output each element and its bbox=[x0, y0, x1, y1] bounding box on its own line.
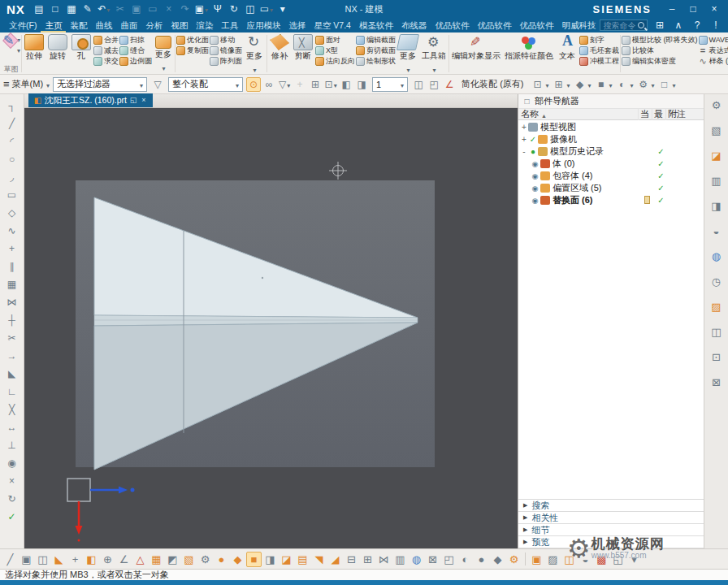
cascade-window-icon[interactable]: ◫ bbox=[243, 2, 258, 16]
section-dependencies[interactable]: ▶相关性 bbox=[518, 512, 704, 524]
selected-style-icon[interactable]: ■ bbox=[246, 552, 262, 567]
clip-section-button[interactable]: 剪切截面 bbox=[356, 46, 396, 55]
move-component-icon[interactable]: ⊕ bbox=[100, 552, 115, 567]
menu-application[interactable]: 应用模块 bbox=[242, 18, 284, 32]
feature-settings-icon[interactable]: ⚙ bbox=[197, 552, 213, 567]
minimize-ribbon-icon[interactable]: ∧ bbox=[671, 18, 686, 32]
edit-solid-density-button[interactable]: 编辑实体密度 bbox=[622, 56, 698, 66]
intersection-point-icon[interactable]: ┼ bbox=[4, 313, 20, 327]
point-tool-icon[interactable]: + bbox=[67, 552, 83, 567]
display-window-icon[interactable]: ▣ bbox=[19, 552, 34, 567]
fillet-icon[interactable]: ◞ bbox=[4, 170, 20, 184]
mirror-tool-icon[interactable]: ⋈ bbox=[376, 552, 392, 567]
more-surface-button[interactable]: 更多 bbox=[396, 33, 419, 75]
wcs-triad[interactable] bbox=[67, 479, 135, 542]
add-region-icon[interactable]: ⊡ bbox=[323, 77, 338, 92]
section-preview[interactable]: ▶预览 bbox=[518, 536, 704, 548]
overflow-more-icon[interactable]: ▾ bbox=[626, 552, 642, 567]
search-input[interactable] bbox=[603, 21, 635, 30]
patch-button[interactable]: 修补 bbox=[268, 33, 291, 62]
customize-icon[interactable]: ▾ bbox=[275, 2, 290, 16]
menu-mingwei[interactable]: 明威科技 bbox=[557, 18, 600, 32]
background-button[interactable]: □ bbox=[657, 77, 676, 92]
diamond-tool-icon[interactable]: ◆ bbox=[490, 552, 505, 567]
unite-button[interactable]: 合并 bbox=[93, 35, 119, 45]
window-icon[interactable]: ▭ bbox=[259, 2, 274, 16]
chamfer-icon[interactable]: ◣ bbox=[4, 366, 20, 381]
copy-display-icon[interactable]: ◨ bbox=[262, 552, 278, 567]
block-primitive-icon[interactable]: ◆ bbox=[230, 552, 245, 567]
menu-buxian[interactable]: 布线器 bbox=[397, 18, 431, 32]
render-style-button[interactable]: ◐ bbox=[615, 77, 634, 92]
window-cascade-icon[interactable]: ◰ bbox=[427, 77, 441, 92]
selection-scope-select[interactable]: 整个装配 bbox=[168, 77, 243, 92]
sheet-pair-icon[interactable]: ◫ bbox=[411, 77, 426, 92]
engrave-button[interactable]: 刻字 bbox=[579, 35, 619, 45]
trim-icon[interactable]: ✂ bbox=[4, 331, 20, 345]
camera-tool-icon[interactable]: ◍ bbox=[409, 552, 424, 567]
arc-icon[interactable]: ◜ bbox=[4, 134, 20, 149]
close-button[interactable]: × bbox=[707, 2, 722, 16]
menu-surface[interactable]: 曲面 bbox=[116, 18, 141, 32]
open-icon[interactable]: □ bbox=[48, 2, 63, 16]
datum-csys-icon[interactable]: △ bbox=[132, 552, 148, 567]
subtract-tool-icon[interactable]: ⊟ bbox=[344, 552, 359, 567]
sew-button[interactable]: 缝合 bbox=[119, 46, 152, 55]
tree-cameras[interactable]: +✓摄像机 bbox=[518, 133, 704, 145]
draw-shape-button[interactable]: 绘制形状 bbox=[356, 56, 396, 66]
command-finder-icon[interactable]: ! bbox=[708, 18, 723, 32]
tree-offset-region[interactable]: ◉偏置区域 (5)✓ bbox=[518, 182, 704, 194]
assign-feature-color-button[interactable]: 指派特征颜色 bbox=[503, 33, 555, 62]
part-tab[interactable]: ◧ 沈阳王工SZ. (160).prt ◱ × bbox=[28, 93, 153, 107]
menu-mosheng[interactable]: 模圣软件 bbox=[355, 18, 397, 32]
section-search[interactable]: ▶搜索 bbox=[518, 500, 704, 512]
filter-plus-icon[interactable]: ▽ bbox=[277, 77, 292, 92]
history-palette-icon[interactable]: ◷ bbox=[709, 274, 724, 288]
add-tool-icon[interactable]: ⊞ bbox=[360, 552, 375, 567]
menu-home[interactable]: 主页 bbox=[41, 18, 66, 32]
menu-button[interactable]: ≡ 菜单(M) bbox=[3, 78, 50, 90]
pan-view-button[interactable]: ◆ bbox=[573, 77, 592, 92]
edit-section-button[interactable]: 编辑截面 bbox=[356, 35, 396, 45]
save-icon[interactable]: ▦ bbox=[64, 2, 79, 16]
menu-youpin-3[interactable]: 优品软件 bbox=[515, 18, 557, 32]
module-c-icon[interactable]: ◫ bbox=[561, 552, 577, 567]
sphere-primitive-icon[interactable]: ● bbox=[214, 552, 229, 567]
notebook-icon[interactable]: ▤ bbox=[295, 552, 310, 567]
tree-expander-icon[interactable]: + bbox=[520, 135, 528, 144]
polygon-icon[interactable]: ◇ bbox=[4, 206, 20, 220]
constraint-icon[interactable]: ⊥ bbox=[4, 438, 20, 453]
link-icon[interactable]: ∞ bbox=[262, 77, 276, 92]
section-details[interactable]: ▶细节 bbox=[518, 524, 704, 536]
tree-bounding-body[interactable]: ◉包容体 (4)✓ bbox=[518, 170, 704, 182]
hole-button[interactable]: 孔 bbox=[70, 33, 93, 62]
tab-detach-icon[interactable]: ◱ bbox=[129, 96, 137, 105]
show-constraint-icon[interactable]: ◉ bbox=[4, 456, 20, 470]
tree-model-views[interactable]: +模型视图 bbox=[518, 121, 704, 133]
snapshot-icon[interactable]: ▦ bbox=[149, 552, 164, 567]
tree-replace-face[interactable]: ◉替换面 (6)✓ bbox=[518, 194, 704, 206]
delete-curve-icon[interactable]: × bbox=[4, 474, 20, 488]
corner-wedge-icon[interactable]: ◥ bbox=[311, 552, 327, 567]
manage-palette-icon[interactable]: ◫ bbox=[709, 324, 724, 339]
reverse-normal-button[interactable]: 法向反向 bbox=[315, 56, 355, 66]
more-sync-button[interactable]: 更多 bbox=[243, 33, 266, 75]
menu-file[interactable]: 文件(F) bbox=[5, 18, 41, 32]
menu-tools[interactable]: 工具 bbox=[217, 18, 242, 32]
blank-nesting-button[interactable]: 毛坯套裁 bbox=[579, 46, 619, 55]
compare-body-button[interactable]: 比较体 bbox=[622, 46, 698, 55]
viewport-canvas[interactable] bbox=[24, 108, 518, 548]
tree-expander-icon[interactable]: - bbox=[520, 147, 528, 156]
extrude-button[interactable]: 拉伸 bbox=[23, 33, 46, 62]
minimize-button[interactable]: – bbox=[665, 2, 679, 16]
facet-body-icon[interactable]: ◧ bbox=[84, 552, 99, 567]
pattern-curve-icon[interactable]: ▦ bbox=[4, 277, 20, 292]
system-tools-icon[interactable]: ⊠ bbox=[709, 375, 724, 389]
face-pair-button[interactable]: 面对 bbox=[315, 35, 355, 45]
window-tool-icon[interactable]: ◰ bbox=[441, 552, 457, 567]
csys-orient-icon[interactable]: ∠ bbox=[442, 77, 457, 92]
menu-curve[interactable]: 曲线 bbox=[91, 18, 116, 32]
shaded-style-button[interactable]: ■ bbox=[594, 77, 613, 92]
sketch-curve-button[interactable] bbox=[2, 46, 20, 55]
section-view-icon[interactable]: ◩ bbox=[165, 552, 180, 567]
